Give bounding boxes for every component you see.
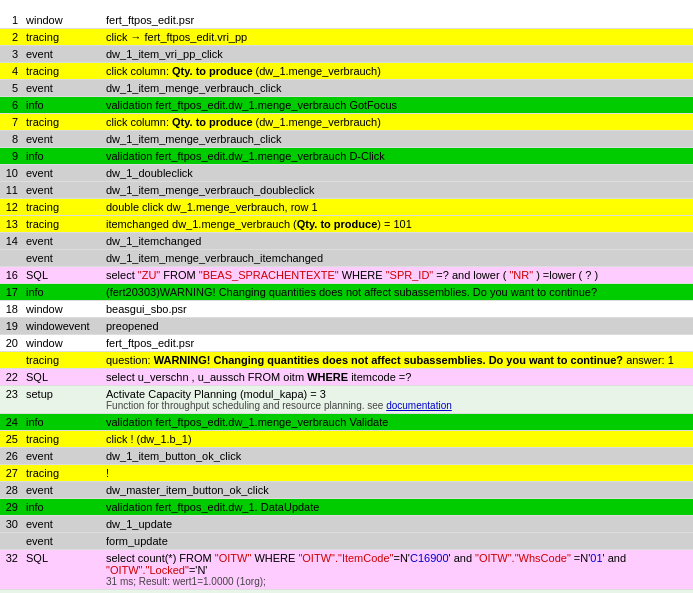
row-content: click ! (dw_1.b_1) (102, 431, 693, 448)
row-number: 8 (0, 131, 22, 148)
row-type: event (22, 46, 102, 63)
row-content: question: WARNING! Changing quantities d… (102, 352, 693, 369)
table-row: 29infovalidation fert_ftpos_edit.dw_1. D… (0, 499, 693, 516)
row-number: 26 (0, 448, 22, 465)
table-row: 19windoweventpreopened (0, 318, 693, 335)
row-content: dw_1_item_button_ok_click (102, 448, 693, 465)
table-row: 3eventdw_1_item_vri_pp_click (0, 46, 693, 63)
row-type: window (22, 301, 102, 318)
row-type: setup (22, 386, 102, 414)
row-content: dw_1_item_vri_pp_click (102, 46, 693, 63)
row-content: preopened (102, 318, 693, 335)
table-row: 24infovalidation fert_ftpos_edit.dw_1.me… (0, 414, 693, 431)
row-number: 27 (0, 465, 22, 482)
documentation-link[interactable]: documentation (386, 400, 452, 411)
row-type: info (22, 97, 102, 114)
table-row: 33setupCost per (arbplatz_kstje) = (1) M… (0, 590, 693, 594)
table-row: 32SQLselect count(*) FROM "OITW" WHERE "… (0, 550, 693, 590)
row-content: validation fert_ftpos_edit.dw_1.menge_ve… (102, 148, 693, 165)
row-type: window (22, 335, 102, 352)
row-number: 18 (0, 301, 22, 318)
row-type: event (22, 182, 102, 199)
table-row: 17info(fert20303)WARNING! Changing quant… (0, 284, 693, 301)
row-number: 19 (0, 318, 22, 335)
row-content: dw_master_item_button_ok_click (102, 482, 693, 499)
row-type: event (22, 250, 102, 267)
row-number: 23 (0, 386, 22, 414)
row-content: select count(*) FROM "OITW" WHERE "OITW"… (102, 550, 693, 590)
row-type: setup (22, 590, 102, 594)
row-number: 12 (0, 199, 22, 216)
row-content: dw_1_item_menge_verbrauch_click (102, 131, 693, 148)
row-number: 6 (0, 97, 22, 114)
table-row: 11eventdw_1_item_menge_verbrauch_doublec… (0, 182, 693, 199)
row-number: 13 (0, 216, 22, 233)
row-number: 2 (0, 29, 22, 46)
row-number: 29 (0, 499, 22, 516)
table-row: tracingquestion: WARNING! Changing quant… (0, 352, 693, 369)
row-content: dw_1_item_menge_verbrauch_click (102, 80, 693, 97)
row-number: 3 (0, 46, 22, 63)
row-number: 24 (0, 414, 22, 431)
row-type: tracing (22, 63, 102, 80)
row-number (0, 250, 22, 267)
table-row: 26eventdw_1_item_button_ok_click (0, 448, 693, 465)
row-number: 16 (0, 267, 22, 284)
table-row: eventdw_1_item_menge_verbrauch_itemchang… (0, 250, 693, 267)
table-row: 7tracingclick column: Qty. to produce (d… (0, 114, 693, 131)
row-number: 32 (0, 550, 22, 590)
table-row: 13tracingitemchanged dw_1.menge_verbrauc… (0, 216, 693, 233)
row-number: 33 (0, 590, 22, 594)
row-content: Cost per (arbplatz_kstje) = (1) MinuteDe… (102, 590, 693, 594)
row-content: validation fert_ftpos_edit.dw_1. DataUpd… (102, 499, 693, 516)
table-row: 28eventdw_master_item_button_ok_click (0, 482, 693, 499)
row-number: 5 (0, 80, 22, 97)
table-row: 18windowbeasgui_sbo.psr (0, 301, 693, 318)
row-type: SQL (22, 369, 102, 386)
row-type: window (22, 12, 102, 29)
table-row: 22SQLselect u_verschn , u_aussch FROM oi… (0, 369, 693, 386)
row-type: info (22, 499, 102, 516)
row-number: 30 (0, 516, 22, 533)
row-type: tracing (22, 352, 102, 369)
table-row: 20windowfert_ftpos_edit.psr (0, 335, 693, 352)
row-content: beasgui_sbo.psr (102, 301, 693, 318)
row-content: validation fert_ftpos_edit.dw_1.menge_ve… (102, 414, 693, 431)
row-type: info (22, 284, 102, 301)
debug-log-table: 1windowfert_ftpos_edit.psr2tracingclick … (0, 12, 693, 593)
row-number: 28 (0, 482, 22, 499)
row-type: tracing (22, 29, 102, 46)
row-content: fert_ftpos_edit.psr (102, 335, 693, 352)
row-content: validation fert_ftpos_edit.dw_1.menge_ve… (102, 97, 693, 114)
table-row: 12tracingdouble click dw_1.menge_verbrau… (0, 199, 693, 216)
row-type: tracing (22, 216, 102, 233)
table-row: 6infovalidation fert_ftpos_edit.dw_1.men… (0, 97, 693, 114)
table-row: 25tracingclick ! (dw_1.b_1) (0, 431, 693, 448)
row-type: event (22, 448, 102, 465)
row-number (0, 533, 22, 550)
row-type: event (22, 131, 102, 148)
row-type: tracing (22, 199, 102, 216)
row-number: 9 (0, 148, 22, 165)
table-row: 4tracingclick column: Qty. to produce (d… (0, 63, 693, 80)
table-row: 16SQLselect "ZU" FROM "BEAS_SPRACHENTEXT… (0, 267, 693, 284)
row-number: 25 (0, 431, 22, 448)
table-row: eventform_update (0, 533, 693, 550)
row-type: event (22, 233, 102, 250)
row-content: ! (102, 465, 693, 482)
row-type: windowevent (22, 318, 102, 335)
row-number (0, 352, 22, 369)
row-content: (fert20303)WARNING! Changing quantities … (102, 284, 693, 301)
table-row: 8eventdw_1_item_menge_verbrauch_click (0, 131, 693, 148)
table-row: 27tracing! (0, 465, 693, 482)
row-number: 1 (0, 12, 22, 29)
row-number: 4 (0, 63, 22, 80)
row-type: event (22, 165, 102, 182)
row-content: itemchanged dw_1.menge_verbrauch (Qty. t… (102, 216, 693, 233)
row-number: 22 (0, 369, 22, 386)
row-content: dw_1_update (102, 516, 693, 533)
table-row: 2tracingclick → fert_ftpos_edit.vri_pp (0, 29, 693, 46)
row-type: SQL (22, 267, 102, 284)
row-content: click column: Qty. to produce (dw_1.meng… (102, 114, 693, 131)
table-row: 10eventdw_1_doubleclick (0, 165, 693, 182)
